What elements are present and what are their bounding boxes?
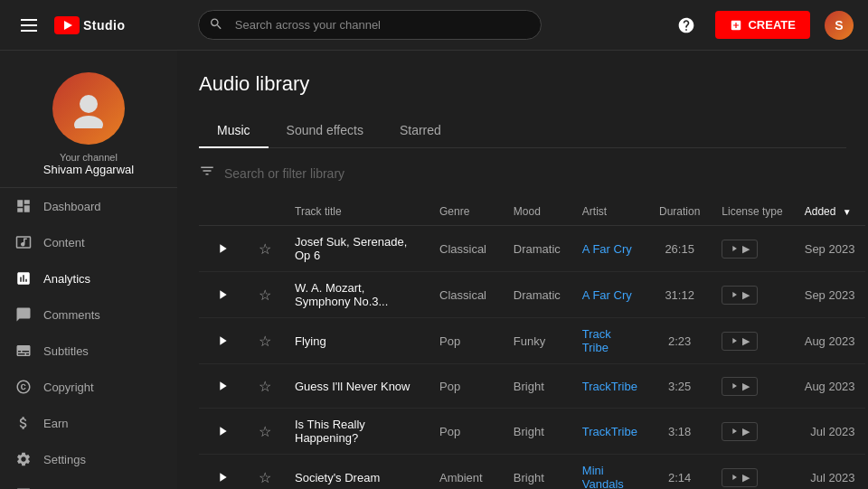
star-button-0[interactable]: ☆ [257,239,273,259]
star-button-1[interactable]: ☆ [257,285,273,306]
channel-name: Shivam Aggarwal [43,163,134,176]
create-button[interactable]: CREATE [715,11,809,39]
comments-icon [14,306,33,324]
channel-avatar[interactable] [52,72,125,145]
sidebar-item-comments[interactable]: Comments [0,296,177,333]
license-button-4[interactable]: ▶ [722,422,758,441]
play-button-2[interactable] [210,328,235,353]
sidebar-item-earn-label: Earn [43,417,68,430]
star-button-4[interactable]: ☆ [257,421,273,442]
added-text: Sep 2023 [805,288,855,302]
duration-cell: 31:12 [648,272,711,318]
audio-table: Track title Genre Mood Artist Duration L… [199,198,865,489]
filter-icon [199,163,215,183]
star-button-5[interactable]: ☆ [257,467,273,488]
tab-starred[interactable]: Starred [382,114,459,148]
license-button-5[interactable]: ▶ [722,468,758,487]
youtube-logo-icon [54,16,80,34]
star-cell: ☆ [246,272,284,318]
track-title: Guess I'll Never Know [295,380,410,393]
mood-cell: Dramatic [503,226,571,272]
header: Studio CREATE S [0,0,868,51]
sidebar-item-content-label: Content [43,236,85,249]
col-header-added[interactable]: Added ▼ [794,198,866,226]
added-text: Sep 2023 [805,242,855,256]
duration-text: 2:23 [668,334,691,348]
duration-text: 3:18 [668,425,691,438]
search-input[interactable] [198,10,542,40]
genre-text: Pop [439,380,460,393]
mood-text: Funky [514,334,545,348]
help-button[interactable] [672,11,701,40]
sidebar-item-settings[interactable]: Settings [0,441,177,477]
genre-cell: Ambient [429,455,503,490]
artist-link[interactable]: Track Tribe [582,327,611,354]
track-title: Society's Dream [295,471,380,484]
play-button-0[interactable] [210,236,235,261]
license-cell: ▶ [711,455,793,490]
genre-cell: Pop [429,409,503,455]
artist-link[interactable]: Mini Vandals [582,464,624,489]
artist-link[interactable]: A Far Cry [582,288,632,302]
star-cell: ☆ [246,455,284,490]
col-header-license: License type [711,198,793,226]
sidebar-item-analytics[interactable]: Analytics [0,260,177,296]
license-button-1[interactable]: ▶ [722,286,758,305]
col-header-artist: Artist [571,198,648,226]
play-cell [199,318,246,364]
star-button-3[interactable]: ☆ [257,376,273,397]
play-cell [199,364,246,409]
added-cell: Sep 2023 [794,272,866,318]
star-button-2[interactable]: ☆ [257,331,273,352]
play-button-4[interactable] [210,418,235,444]
channel-label: Your channel [60,152,118,163]
play-button-5[interactable] [210,465,235,489]
tab-music[interactable]: Music [199,114,269,148]
play-button-1[interactable] [210,282,235,307]
earn-icon [14,414,33,432]
mood-text: Bright [514,380,544,393]
star-cell: ☆ [246,318,284,364]
hamburger-button[interactable] [14,11,43,40]
artist-link[interactable]: TrackTribe [582,425,637,438]
duration-cell: 2:14 [648,455,711,490]
genre-cell: Classical [429,272,503,318]
sidebar-item-content[interactable]: Content [0,224,177,260]
table-row: ☆ Flying Pop Funky Track Tribe 2:23 ▶ [199,318,865,364]
analytics-icon [14,269,33,287]
sidebar-item-feedback[interactable]: Send feedback [0,477,177,489]
sidebar-item-dashboard[interactable]: Dashboard [0,188,177,224]
mood-cell: Dramatic [503,272,571,318]
genre-cell: Pop [429,318,503,364]
subtitles-icon [14,342,33,360]
title-cell: Josef Suk, Serenade, Op 6 [284,226,429,272]
artist-link[interactable]: TrackTribe [582,380,637,393]
license-button-3[interactable]: ▶ [722,377,758,396]
col-header-mood: Mood [503,198,571,226]
title-cell: Society's Dream [284,455,429,490]
logo[interactable]: Studio [54,16,126,34]
filter-input[interactable] [224,166,846,181]
genre-cell: Pop [429,364,503,409]
table-row: ☆ W. A. Mozart, Symphony No.3... Classic… [199,272,865,318]
play-cell [199,226,246,272]
table-row: ☆ Is This Really Happening? Pop Bright T… [199,409,865,455]
avatar[interactable]: S [825,11,854,40]
main-layout: Your channel Shivam Aggarwal Dashboard C… [0,51,868,489]
license-cell: ▶ [711,409,793,455]
play-button-3[interactable] [210,373,235,399]
license-button-0[interactable]: ▶ [722,240,758,259]
genre-text: Pop [439,425,460,438]
play-cell [199,272,246,318]
sidebar-item-copyright[interactable]: Copyright [0,369,177,405]
title-cell: Is This Really Happening? [284,409,429,455]
artist-link[interactable]: A Far Cry [582,242,632,256]
tab-sound-effects[interactable]: Sound effects [269,114,382,148]
page-title: Audio library [199,72,846,96]
sidebar-item-subtitles[interactable]: Subtitles [0,333,177,369]
col-header-duration: Duration [648,198,711,226]
filter-bar [199,163,846,183]
added-text: Aug 2023 [805,380,855,393]
license-button-2[interactable]: ▶ [722,332,758,351]
sidebar-item-earn[interactable]: Earn [0,405,177,441]
